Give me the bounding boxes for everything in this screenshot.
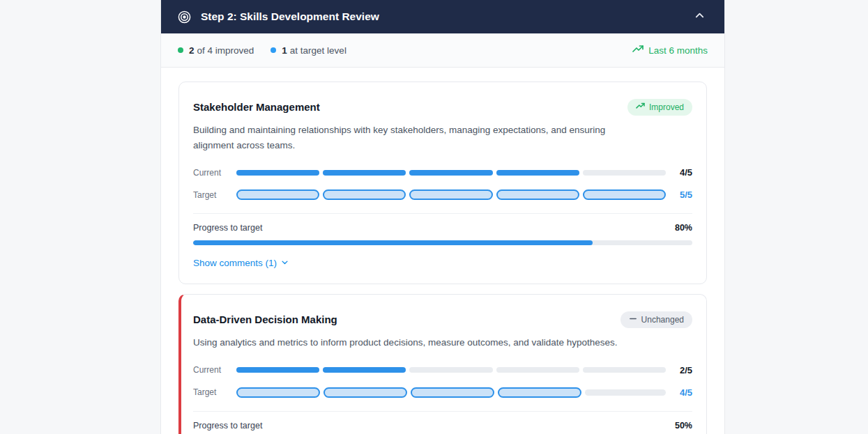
skill-card: Stakeholder Management Improved Building… [178,82,707,284]
target-level-segments [236,189,666,200]
target-segment [323,387,407,398]
skill-card: Data-Driven Decision Making Unchanged Us… [178,294,707,434]
timeframe-label: Last 6 months [632,45,708,56]
current-segment [236,170,319,176]
show-comments-button[interactable]: Show comments (1) [193,258,289,271]
current-segment [583,367,666,373]
target-segment [236,387,320,398]
target-segment [498,387,581,398]
minus-icon [629,315,637,325]
current-level-value: 4/5 [666,167,692,178]
progress-label: Progress to target [193,223,262,233]
current-segment [236,367,319,373]
target-segment [323,189,406,200]
progress-label: Progress to target [193,421,262,431]
chevron-down-icon [281,258,289,268]
divider [193,213,692,214]
current-segment [496,367,579,373]
green-dot-icon [178,47,183,53]
target-icon [178,10,191,24]
at-target-text: at target level [290,45,347,56]
chevron-up-icon [694,10,705,23]
current-level-row: Current 4/5 [193,167,692,178]
status-badge: Improved [627,99,692,116]
target-level-row: Target 4/5 [193,387,692,398]
target-level-segments [236,387,666,398]
current-level-row: Current 2/5 [193,365,692,375]
progress-value: 50% [675,421,692,431]
improved-stat: 2 of 4 improved [178,45,254,56]
blue-dot-icon [271,47,276,53]
current-segment [496,170,579,176]
target-segment [496,189,579,200]
improved-count: 2 [189,45,195,56]
at-target-count: 1 [282,45,287,56]
target-level-value: 5/5 [666,189,692,200]
target-level-row: Target 5/5 [193,189,692,200]
target-level-value: 4/5 [666,387,692,398]
current-segment [583,170,666,176]
skills-list: Stakeholder Management Improved Building… [161,68,724,434]
collapse-button[interactable] [692,8,708,26]
trending-up-icon [632,45,644,56]
current-segment [323,170,406,176]
progress-value: 80% [675,223,692,233]
progress-bar-fill [193,240,593,245]
skill-name: Stakeholder Management [193,99,320,113]
current-segment [409,367,492,373]
skill-description: Building and maintaining relationships w… [193,123,643,153]
status-badge: Unchanged [620,311,692,328]
step-title: Step 2: Skills Development Review [201,10,692,23]
target-segment [585,389,666,396]
target-segment [409,189,492,200]
divider [193,411,692,412]
target-segment [236,189,319,200]
skills-review-panel: Step 2: Skills Development Review 2 of 4… [160,0,725,434]
skill-name: Data-Driven Decision Making [193,311,337,325]
current-level-segments [236,367,666,373]
current-level-segments [236,170,666,176]
at-target-stat: 1 at target level [271,45,347,56]
current-level-value: 2/5 [666,365,692,375]
step-header[interactable]: Step 2: Skills Development Review [161,0,724,33]
trending-up-icon [636,102,645,112]
target-segment [411,387,494,398]
progress-bar [193,240,692,245]
skill-description: Using analytics and metrics to inform pr… [193,335,643,350]
target-segment [583,189,666,200]
improved-text: of 4 improved [197,45,254,56]
current-segment [409,170,492,176]
summary-bar: 2 of 4 improved 1 at target level Last 6… [161,33,724,68]
current-segment [323,367,406,373]
